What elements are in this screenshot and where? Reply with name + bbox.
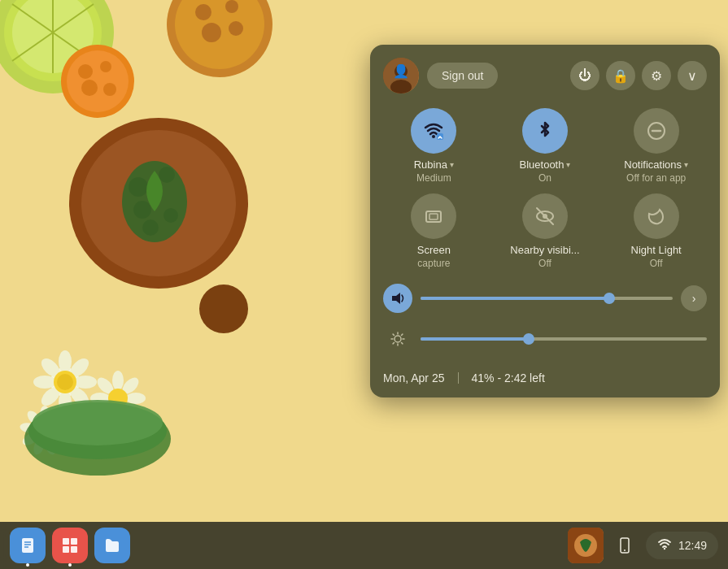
svg-point-31 xyxy=(74,376,97,389)
taskbar-app-files[interactable] xyxy=(94,528,130,563)
wifi-tile-sublabel: Medium xyxy=(416,172,451,184)
svg-point-11 xyxy=(202,23,221,42)
brightness-slider-track[interactable] xyxy=(421,337,707,341)
bluetooth-tile-sublabel: On xyxy=(538,172,551,184)
date-label: Mon, Apr 25 xyxy=(383,371,445,384)
svg-point-35 xyxy=(33,376,56,389)
screen-capture-tile-icon xyxy=(411,193,456,239)
nearby-tile[interactable]: Nearby visibi... Off xyxy=(495,193,596,269)
wifi-chevron-icon: ▾ xyxy=(450,160,454,169)
system-tray[interactable]: 12:49 xyxy=(646,532,718,559)
sliders-section: › xyxy=(383,284,707,354)
clock-label: 12:49 xyxy=(678,539,707,552)
svg-point-16 xyxy=(100,61,111,72)
taskbar-apps xyxy=(10,528,130,563)
lock-button[interactable]: 🔒 xyxy=(606,61,635,90)
night-light-tile[interactable]: Night Light Off xyxy=(605,193,707,269)
bluetooth-tile[interactable]: Bluetooth ▾ On xyxy=(495,108,596,184)
nearby-tile-sublabel: Off xyxy=(538,258,551,269)
screen-capture-tile[interactable]: Screen capture xyxy=(383,193,485,269)
svg-point-96 xyxy=(664,548,665,549)
notifications-tile-icon xyxy=(634,108,679,154)
settings-button[interactable]: ⚙ xyxy=(642,61,671,90)
chevron-down-icon: ∨ xyxy=(687,68,697,84)
wifi-tray-icon xyxy=(657,536,672,554)
brightness-slider-fill xyxy=(421,337,530,341)
volume-icon[interactable] xyxy=(383,284,412,313)
battery-label: 41% - 2:42 left xyxy=(472,371,545,384)
wifi-tile-icon xyxy=(411,108,456,154)
svg-point-15 xyxy=(78,64,93,79)
footer-divider xyxy=(458,372,459,384)
svg-point-18 xyxy=(103,83,116,96)
volume-expand-button[interactable]: › xyxy=(681,285,707,311)
svg-line-83 xyxy=(393,343,394,344)
svg-rect-69 xyxy=(426,211,441,222)
settings-icon: ⚙ xyxy=(651,68,662,84)
nearby-tile-icon xyxy=(522,193,568,239)
svg-point-29 xyxy=(59,350,72,373)
svg-point-27 xyxy=(199,284,248,333)
night-light-tile-icon xyxy=(634,193,679,239)
taskbar: 12:49 xyxy=(0,522,728,569)
svg-point-17 xyxy=(81,80,98,96)
wifi-tile[interactable]: Rubina ▾ Medium xyxy=(383,108,485,184)
svg-point-39 xyxy=(112,371,124,390)
avatar[interactable]: 👤 xyxy=(383,58,419,93)
sign-out-button[interactable]: Sign out xyxy=(427,63,498,89)
svg-line-82 xyxy=(402,334,403,335)
docs-app-dot xyxy=(26,563,29,567)
brightness-icon[interactable] xyxy=(383,324,412,354)
nearby-tile-label: Nearby visibi... xyxy=(510,244,579,256)
svg-rect-84 xyxy=(22,538,33,553)
svg-point-75 xyxy=(395,336,401,342)
svg-rect-90 xyxy=(63,546,69,553)
qs-footer: Mon, Apr 25 41% - 2:42 left xyxy=(383,368,707,384)
taskbar-right: 12:49 xyxy=(568,528,718,563)
svg-text:👤: 👤 xyxy=(393,63,409,79)
svg-point-14 xyxy=(67,50,129,112)
svg-point-41 xyxy=(126,393,146,404)
header-icons: ⏻ 🔒 ⚙ ∨ xyxy=(570,61,707,90)
svg-rect-70 xyxy=(429,214,438,219)
brightness-slider-row xyxy=(383,324,707,354)
volume-slider-row: › xyxy=(383,284,707,313)
quick-settings-panel: 👤 Sign out ⏻ 🔒 ⚙ ∨ xyxy=(370,45,720,397)
phone-icon-button[interactable] xyxy=(612,532,638,558)
screen-capture-tile-label: Screen xyxy=(417,244,451,256)
quick-tiles-grid: Rubina ▾ Medium Bluetooth ▾ On xyxy=(383,108,707,269)
qs-header: 👤 Sign out ⏻ 🔒 ⚙ ∨ xyxy=(383,58,707,93)
collapse-button[interactable]: ∨ xyxy=(678,61,707,90)
volume-slider-track[interactable] xyxy=(421,297,673,300)
gallery-app-dot xyxy=(68,563,72,567)
svg-rect-91 xyxy=(71,546,77,553)
svg-point-95 xyxy=(624,549,626,551)
wifi-tile-label: Rubina ▾ xyxy=(414,159,454,171)
notifications-chevron-icon: ▾ xyxy=(684,160,688,169)
notifications-tile[interactable]: Notifications ▾ Off for an app xyxy=(605,108,707,184)
night-light-tile-label: Night Light xyxy=(631,244,682,256)
notifications-tile-label: Notifications ▾ xyxy=(624,159,688,171)
brightness-slider-thumb xyxy=(523,333,534,345)
svg-point-60 xyxy=(33,400,163,445)
svg-rect-89 xyxy=(71,538,77,545)
svg-point-10 xyxy=(225,0,238,13)
svg-point-65 xyxy=(432,135,435,138)
taskbar-app-gallery[interactable] xyxy=(52,528,88,563)
taskbar-thumbnail[interactable] xyxy=(568,528,604,563)
svg-line-80 xyxy=(393,334,394,335)
volume-slider-fill xyxy=(421,297,610,300)
notifications-tile-sublabel: Off for an app xyxy=(626,172,686,184)
power-button[interactable]: ⏻ xyxy=(570,61,599,90)
power-icon: ⏻ xyxy=(578,68,591,83)
bluetooth-tile-icon xyxy=(522,108,568,154)
svg-line-81 xyxy=(402,343,403,344)
svg-point-38 xyxy=(57,374,73,390)
lock-icon: 🔒 xyxy=(612,68,629,84)
bluetooth-tile-label: Bluetooth ▾ xyxy=(520,159,571,171)
bluetooth-chevron-icon: ▾ xyxy=(566,160,570,169)
taskbar-app-docs[interactable] xyxy=(10,528,46,563)
svg-point-12 xyxy=(229,21,243,36)
volume-slider-thumb xyxy=(604,293,615,304)
svg-marker-74 xyxy=(392,293,400,304)
